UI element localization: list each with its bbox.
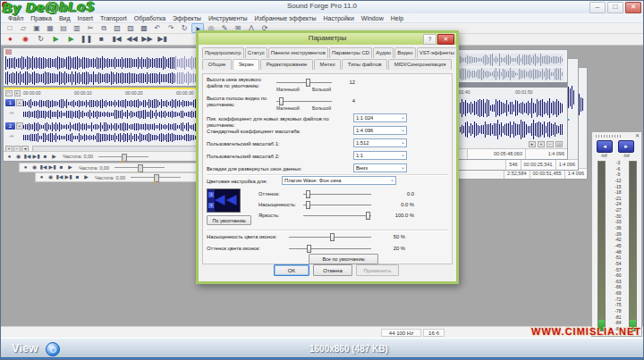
tab-VST-эффекты[interactable]: VST-эффекты: [417, 47, 457, 58]
record-icon[interactable]: ●: [4, 34, 17, 45]
standard-zoom-select[interactable]: 1:4 096: [353, 126, 407, 135]
menu-item[interactable]: Help: [387, 15, 407, 21]
audio-window-3-transport[interactable]: ●◉▮◀▶▮■▶ Частота: 0,00: [19, 163, 225, 172]
frequency-slider[interactable]: [131, 177, 181, 178]
ok-button[interactable]: OK: [274, 264, 309, 276]
cut-icon[interactable]: ✂: [84, 23, 97, 33]
zoom-in-icon[interactable]: +: [538, 141, 545, 147]
copy-icon[interactable]: ⧉: [97, 23, 110, 33]
save-all-icon[interactable]: ▦: [44, 23, 56, 33]
record-remote-icon[interactable]: ◉: [14, 153, 22, 161]
go-to-start-icon[interactable]: ▮◀: [110, 34, 123, 45]
record-remote-icon[interactable]: ◉: [30, 163, 38, 172]
tabs-position-select[interactable]: Вниз: [353, 163, 407, 172]
print-icon[interactable]: ▥: [71, 23, 83, 33]
custom-zoom1-select[interactable]: 1:512: [353, 138, 407, 147]
channel1-minimize-icon[interactable]: ▪: [16, 99, 23, 106]
brightness-slider[interactable]: [303, 215, 371, 216]
slider-thumb[interactable]: [306, 79, 310, 87]
apply-button[interactable]: Применить: [356, 264, 399, 276]
video-height-slider[interactable]: [276, 101, 332, 102]
tab-Панели инструментов[interactable]: Панели инструментов: [268, 47, 328, 58]
forward-icon[interactable]: ▶▶: [140, 34, 154, 45]
frequency-slider[interactable]: [98, 156, 148, 157]
frequency-slider[interactable]: [114, 167, 165, 168]
tab-Видео[interactable]: Видео: [394, 47, 416, 58]
menu-item[interactable]: Вид: [55, 15, 74, 21]
tab-Аудио[interactable]: Аудио: [373, 47, 394, 58]
loop-playback-icon[interactable]: ↻: [34, 34, 47, 45]
channel2-minimize-icon[interactable]: ▪: [16, 122, 23, 130]
icon-saturation-slider[interactable]: [289, 237, 371, 238]
meter-right-icon[interactable]: ▸: [618, 140, 634, 153]
magnifier-icon[interactable]: [46, 342, 60, 356]
repeat-icon[interactable]: ↻: [178, 23, 191, 33]
meters-close-icon[interactable]: ✕: [635, 132, 640, 138]
menu-item[interactable]: Insert: [74, 15, 97, 21]
play-icon[interactable]: ▶: [50, 153, 58, 161]
slider-thumb[interactable]: [306, 201, 310, 209]
tab-MIDI/Синхронизация[interactable]: MIDI/Синхронизация: [388, 59, 452, 70]
record-remote-icon[interactable]: ◉: [19, 34, 32, 45]
saturation-slider[interactable]: [303, 205, 371, 205]
menu-item[interactable]: Файл: [4, 15, 27, 21]
tab-Предпросмотр[interactable]: Предпросмотр: [202, 47, 244, 58]
menu-item[interactable]: Инструменты: [205, 15, 251, 21]
record-remote-icon[interactable]: ◉: [47, 173, 55, 181]
lock-icon[interactable]: ◠: [5, 90, 13, 96]
dialog-help-button[interactable]: ?: [423, 34, 436, 45]
save-icon[interactable]: ▣: [30, 23, 43, 33]
wave-height-slider[interactable]: [276, 82, 332, 83]
color-target-select[interactable]: Плагин Wave: Фон окна: [282, 176, 396, 185]
go-to-end-icon[interactable]: ▶▮: [64, 173, 72, 181]
time-ruler[interactable]: 00:00:00 00:00:10 00:00:20 00:00:30: [23, 90, 206, 97]
go-to-end-icon[interactable]: ▶▮: [48, 163, 56, 172]
tab-Типы файлов[interactable]: Типы файлов: [342, 59, 387, 70]
menu-item[interactable]: Настройки: [319, 15, 357, 21]
play-icon[interactable]: ▶: [64, 34, 78, 45]
tab-Редактирование[interactable]: Редактирование: [260, 59, 313, 70]
paste-icon[interactable]: ▧: [111, 23, 123, 33]
redo-icon[interactable]: ↷: [165, 23, 177, 33]
play-small-icon[interactable]: ▸: [529, 141, 536, 147]
play-icon[interactable]: ▶: [82, 173, 90, 181]
slider-thumb[interactable]: [330, 233, 335, 241]
meters-header[interactable]: ✕: [594, 133, 640, 139]
minimize-button[interactable]: –: [589, 2, 606, 13]
maximize-width-icon[interactable]: ▭: [555, 141, 563, 147]
play-icon[interactable]: ▶: [66, 163, 74, 172]
tab-Экран[interactable]: Экран: [233, 59, 259, 70]
meter-left-icon[interactable]: ◂: [597, 140, 613, 153]
cancel-button[interactable]: Отмена: [313, 264, 352, 276]
go-to-start-icon[interactable]: ▮◀: [23, 153, 31, 161]
slider-thumb[interactable]: [306, 190, 310, 198]
slider-thumb[interactable]: [366, 212, 370, 220]
undo-icon[interactable]: ↶: [151, 23, 164, 33]
menu-item[interactable]: Правка: [27, 15, 55, 21]
record-icon[interactable]: ●: [21, 163, 30, 172]
paste-special-icon[interactable]: ▨: [124, 23, 137, 33]
close-button[interactable]: ✕: [625, 2, 641, 13]
snap-icon[interactable]: ⊦: [14, 90, 21, 96]
record-icon[interactable]: ●: [5, 153, 13, 161]
maximize-button[interactable]: □: [607, 2, 623, 13]
stop-icon[interactable]: ■: [95, 34, 108, 45]
mix-icon[interactable]: ▩: [138, 23, 150, 33]
go-to-end-icon[interactable]: ▶▮: [32, 153, 40, 161]
all-default-button[interactable]: Все по умолчанию: [309, 254, 378, 264]
slider-thumb[interactable]: [307, 245, 311, 253]
dialog-title-bar[interactable]: Параметры ? ✕: [199, 33, 456, 45]
menu-item[interactable]: Избранные эффекты: [251, 15, 320, 21]
new-file-icon[interactable]: □: [4, 23, 16, 33]
audio-window-2[interactable]: ◠ ⊦ 00:00:00 00:00:10 00:00:20 00:00:30 …: [3, 87, 208, 162]
stop-icon[interactable]: ■: [57, 163, 65, 172]
play-all-icon[interactable]: ▶: [49, 34, 63, 45]
render-as-icon[interactable]: ▤: [57, 23, 70, 33]
menu-item[interactable]: Transport: [97, 15, 131, 21]
menu-item[interactable]: Window: [358, 15, 387, 21]
menu-item[interactable]: Обработка: [131, 15, 169, 21]
go-to-start-icon[interactable]: ▮◀: [55, 173, 64, 181]
slider-thumb[interactable]: [279, 97, 284, 105]
dialog-close-button[interactable]: ✕: [437, 34, 454, 45]
stop-icon[interactable]: ■: [73, 173, 81, 181]
